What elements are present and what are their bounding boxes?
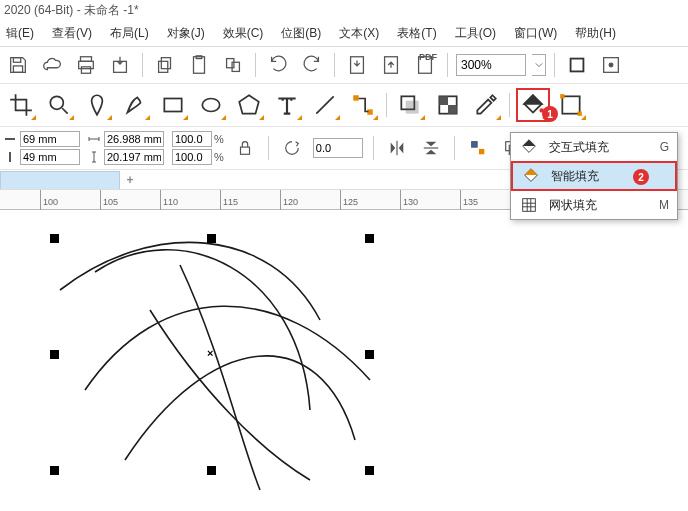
parallel-dim-tool[interactable] <box>308 88 342 122</box>
selection-handle[interactable] <box>365 466 374 475</box>
crop-tool[interactable] <box>4 88 38 122</box>
separator <box>142 53 143 77</box>
text-tool[interactable] <box>270 88 304 122</box>
flyout-shortcut: M <box>659 198 669 212</box>
width-input[interactable] <box>104 131 164 147</box>
svg-rect-20 <box>164 99 181 112</box>
zoom-input[interactable] <box>456 54 526 76</box>
separator <box>373 136 374 160</box>
undo-button[interactable] <box>264 51 292 79</box>
paste-button[interactable] <box>185 51 213 79</box>
align-button[interactable] <box>465 135 491 161</box>
percent-label: % <box>214 133 224 145</box>
ruler-tick: 130 <box>400 190 418 210</box>
menu-layout[interactable]: 布局(L) <box>110 25 149 42</box>
separator <box>447 53 448 77</box>
menu-view[interactable]: 查看(V) <box>52 25 92 42</box>
export-button[interactable] <box>106 51 134 79</box>
svg-rect-28 <box>439 96 448 105</box>
transparency-tool[interactable] <box>431 88 465 122</box>
export2-button[interactable] <box>377 51 405 79</box>
height-input[interactable] <box>104 149 164 165</box>
svg-rect-38 <box>479 149 484 154</box>
mirror-v-button[interactable] <box>418 135 444 161</box>
height-icon <box>88 151 100 163</box>
menu-bitmap[interactable]: 位图(B) <box>281 25 321 42</box>
svg-rect-37 <box>471 142 476 147</box>
scale-group: % % <box>172 131 224 165</box>
position-group <box>4 131 80 165</box>
menu-table[interactable]: 表格(T) <box>397 25 436 42</box>
fill-tool-flyout: 交互式填充 G 智能填充 2 网状填充 M <box>510 132 678 220</box>
mesh-fill-icon <box>519 195 539 215</box>
selection-handle[interactable] <box>50 234 59 243</box>
rectangle-tool[interactable] <box>156 88 190 122</box>
ruler-tick: 110 <box>160 190 178 210</box>
svg-rect-32 <box>560 94 564 98</box>
size-group <box>88 131 164 165</box>
drawing-canvas[interactable]: × <box>0 210 688 511</box>
interactive-fill-icon <box>519 137 539 157</box>
pdf-export-button[interactable]: PDF <box>411 51 439 79</box>
mirror-h-button[interactable] <box>384 135 410 161</box>
annotation-badge-2: 2 <box>633 169 649 185</box>
menu-tools[interactable]: 工具(O) <box>455 25 496 42</box>
menu-object[interactable]: 对象(J) <box>167 25 205 42</box>
add-tab-button[interactable]: + <box>120 171 140 189</box>
eyedropper-tool[interactable] <box>469 88 503 122</box>
selection-handle[interactable] <box>207 466 216 475</box>
scale-x-input[interactable] <box>172 131 212 147</box>
menu-help[interactable]: 帮助(H) <box>575 25 616 42</box>
flyout-smart-fill[interactable]: 智能填充 2 <box>511 161 677 191</box>
flyout-interactive-fill[interactable]: 交互式填充 G <box>511 133 677 161</box>
ruler-tick: 115 <box>220 190 238 210</box>
scale-y-input[interactable] <box>172 149 212 165</box>
print-button[interactable] <box>72 51 100 79</box>
lock-ratio-button[interactable] <box>232 135 258 161</box>
svg-rect-35 <box>9 152 11 162</box>
freehand-tool[interactable] <box>80 88 114 122</box>
svg-rect-23 <box>353 95 358 100</box>
cloud-button[interactable] <box>38 51 66 79</box>
snap-button[interactable] <box>597 51 625 79</box>
menu-text[interactable]: 文本(X) <box>339 25 379 42</box>
polygon-tool[interactable] <box>232 88 266 122</box>
ellipse-tool[interactable] <box>194 88 228 122</box>
svg-point-18 <box>609 63 613 67</box>
zoom-dropdown[interactable] <box>532 54 546 76</box>
menu-effects[interactable]: 效果(C) <box>223 25 264 42</box>
zoom-tool[interactable] <box>42 88 76 122</box>
flyout-label: 网状填充 <box>549 197 649 214</box>
rotation-input[interactable] <box>313 138 363 158</box>
fullscreen-button[interactable] <box>563 51 591 79</box>
pdf-label: PDF <box>419 52 437 62</box>
import-button[interactable] <box>343 51 371 79</box>
selection-handle[interactable] <box>207 234 216 243</box>
shadow-tool[interactable] <box>393 88 427 122</box>
x-position-input[interactable] <box>20 131 80 147</box>
redo-button[interactable] <box>298 51 326 79</box>
separator <box>255 53 256 77</box>
selection-handle[interactable] <box>50 350 59 359</box>
save-button[interactable] <box>4 51 32 79</box>
fill-tool[interactable]: 1 <box>516 88 550 122</box>
connector-tool[interactable] <box>346 88 380 122</box>
copy-button[interactable] <box>151 51 179 79</box>
menu-window[interactable]: 窗口(W) <box>514 25 557 42</box>
flyout-label: 智能填充 <box>551 168 667 185</box>
outline-tool[interactable] <box>554 88 588 122</box>
svg-rect-36 <box>240 147 249 154</box>
flyout-mesh-fill[interactable]: 网状填充 M <box>511 191 677 219</box>
y-position-input[interactable] <box>20 149 80 165</box>
ruler-tick: 100 <box>40 190 58 210</box>
selection-handle[interactable] <box>365 350 374 359</box>
selection-handle[interactable] <box>50 466 59 475</box>
separator <box>268 136 269 160</box>
artistic-media-tool[interactable] <box>118 88 152 122</box>
duplicate-button[interactable] <box>219 51 247 79</box>
active-tab[interactable] <box>0 171 120 189</box>
x-icon <box>4 133 16 145</box>
menu-edit[interactable]: 辑(E) <box>6 25 34 42</box>
menu-bar: 辑(E) 查看(V) 布局(L) 对象(J) 效果(C) 位图(B) 文本(X)… <box>0 21 688 47</box>
selection-handle[interactable] <box>365 234 374 243</box>
